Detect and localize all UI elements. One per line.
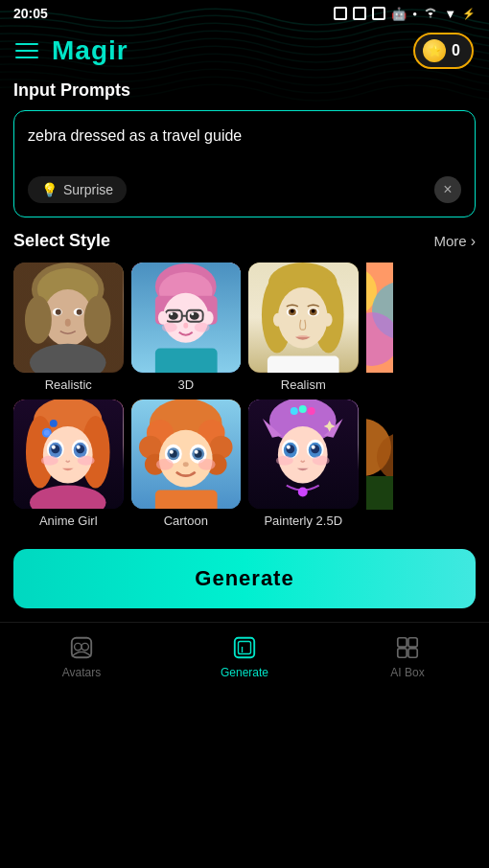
style-thumb-art (366, 263, 393, 373)
prompt-text[interactable]: zebra dressed as a travel guide (28, 125, 461, 148)
svg-rect-122 (408, 638, 417, 647)
svg-point-89 (198, 458, 215, 469)
bottom-nav: Avatars I Generate (0, 622, 489, 698)
svg-point-46 (323, 313, 333, 327)
svg-point-109 (298, 487, 308, 496)
hamburger-line-1 (15, 43, 38, 45)
style-card-cartoon[interactable]: Cartoon (131, 400, 242, 529)
svg-point-45 (273, 313, 283, 327)
style-title: Select Style (13, 231, 110, 251)
style-card-anime-girl[interactable]: Anime Girl (13, 400, 124, 529)
svg-point-98 (308, 406, 315, 414)
svg-point-107 (276, 455, 293, 465)
svg-point-31 (157, 311, 167, 325)
style-name-realistic: Realistic (45, 377, 92, 392)
prompt-box[interactable]: zebra dressed as a travel guide 💡 Surpri… (13, 110, 476, 217)
app-title: Magir (52, 35, 128, 66)
svg-text:I: I (241, 645, 244, 654)
prompt-footer: 💡 Surprise × (28, 176, 461, 203)
style-name-anime-girl: Anime Girl (39, 514, 98, 528)
styles-container: Realistic (13, 263, 476, 536)
surprise-button[interactable]: 💡 Surprise (28, 176, 127, 203)
more-label: More (433, 233, 466, 249)
svg-point-66 (77, 445, 81, 448)
svg-point-23 (168, 312, 177, 320)
style-thumb-3d (131, 263, 242, 373)
style-header: Select Style More › (13, 231, 476, 251)
style-card-3d[interactable]: 3D (131, 263, 242, 392)
status-bar: 20:05 🤖 ● ▼ ⚡ (0, 0, 489, 25)
signal-bars: ▼ (444, 7, 456, 21)
input-label: Input Prompts (13, 80, 476, 101)
svg-point-50 (366, 312, 393, 366)
clear-button[interactable]: × (434, 176, 461, 203)
coin-count: 0 (452, 42, 460, 59)
style-thumb-anime-girl (13, 400, 124, 510)
svg-point-85 (169, 449, 173, 453)
menu-button[interactable] (15, 43, 38, 58)
status-icon-2 (353, 7, 366, 20)
svg-rect-121 (398, 638, 407, 647)
svg-point-6 (25, 296, 52, 344)
coin-badge[interactable]: ⭐ 0 (413, 33, 474, 69)
style-card-art[interactable] (366, 263, 393, 392)
style-card-painterly[interactable]: Painterly 2.5D (248, 400, 359, 529)
svg-rect-44 (268, 356, 339, 373)
svg-point-13 (65, 319, 71, 327)
more-button[interactable]: More › (433, 233, 476, 250)
style-card-realism[interactable]: Realism (248, 263, 359, 392)
nav-label-generate: Generate (221, 666, 268, 679)
svg-point-96 (291, 406, 298, 414)
svg-point-32 (203, 311, 213, 325)
coin-icon: ⭐ (423, 39, 446, 62)
svg-point-106 (312, 445, 315, 448)
nav-item-ai-box[interactable]: AI Box (326, 634, 489, 679)
nav-item-generate[interactable]: I Generate (163, 634, 326, 679)
svg-point-56 (44, 429, 50, 435)
svg-point-57 (50, 419, 58, 426)
style-card-w[interactable] (366, 400, 393, 529)
svg-point-97 (299, 404, 307, 412)
generate-section: Generate (0, 536, 489, 622)
svg-rect-30 (154, 349, 217, 373)
style-name-3d: 3D (177, 377, 194, 392)
svg-rect-124 (408, 649, 417, 657)
svg-point-24 (189, 312, 198, 320)
battery-icon: ⚡ (462, 8, 476, 20)
svg-point-67 (41, 455, 58, 465)
nav-label-avatars: Avatars (62, 666, 101, 679)
status-icons: 🤖 ● ▼ ⚡ (334, 7, 476, 21)
svg-point-65 (52, 445, 56, 448)
generate-button[interactable]: Generate (13, 549, 476, 608)
nav-label-ai-box: AI Box (390, 666, 424, 679)
style-thumb-realism (248, 263, 359, 373)
generate-nav-icon: I (231, 634, 258, 661)
svg-rect-114 (366, 476, 393, 510)
svg-point-105 (287, 445, 291, 448)
svg-point-7 (84, 296, 111, 344)
input-section: Input Prompts zebra dressed as a travel … (0, 80, 489, 231)
avatars-icon (68, 634, 95, 661)
svg-point-25 (170, 312, 173, 315)
hamburger-line-3 (15, 57, 38, 58)
svg-point-87 (182, 462, 188, 467)
status-icon-1 (334, 7, 347, 20)
style-section: Select Style More › (0, 231, 489, 536)
nav-item-avatars[interactable]: Avatars (0, 634, 163, 679)
svg-point-86 (194, 449, 198, 453)
style-thumb-painterly (248, 400, 359, 510)
style-card-realistic[interactable]: Realistic (13, 263, 124, 392)
surprise-label: Surprise (63, 182, 113, 197)
svg-point-68 (78, 455, 95, 465)
svg-point-26 (191, 312, 194, 315)
style-thumb-cartoon (131, 400, 242, 510)
status-time: 20:05 (13, 6, 48, 21)
svg-point-12 (77, 309, 82, 315)
bulb-icon: 💡 (41, 182, 58, 197)
status-icon-3 (372, 7, 385, 20)
svg-point-108 (313, 455, 330, 465)
style-thumb-realistic (13, 263, 124, 373)
svg-point-11 (56, 309, 61, 315)
svg-rect-123 (398, 649, 407, 657)
dot-icon: ● (412, 10, 417, 18)
